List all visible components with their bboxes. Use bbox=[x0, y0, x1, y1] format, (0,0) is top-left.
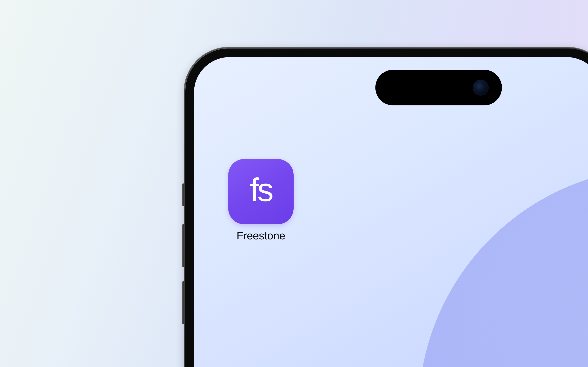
phone-device-frame: fs Freestone bbox=[184, 47, 588, 367]
app-launcher-item[interactable]: fs Freestone bbox=[228, 159, 294, 242]
app-icon-glyph: fs bbox=[250, 174, 272, 206]
dynamic-island bbox=[375, 70, 502, 105]
phone-side-button-silence bbox=[182, 184, 184, 206]
phone-side-button-volume-down bbox=[182, 281, 184, 324]
phone-side-button-volume-up bbox=[182, 224, 184, 267]
app-icon-freestone[interactable]: fs bbox=[228, 159, 294, 224]
wallpaper-decoration bbox=[419, 167, 588, 367]
app-label: Freestone bbox=[237, 229, 285, 242]
front-camera-icon bbox=[473, 80, 489, 96]
phone-screen: fs Freestone bbox=[194, 57, 588, 367]
